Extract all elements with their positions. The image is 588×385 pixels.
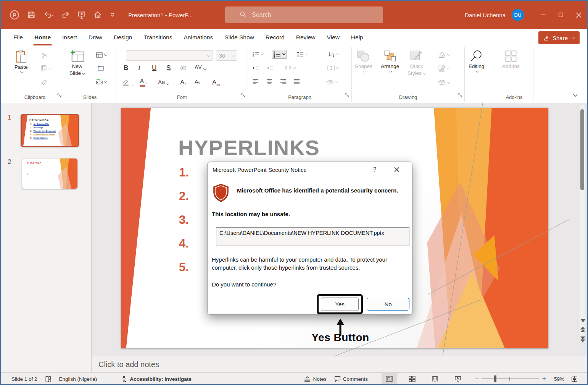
notes-pane[interactable]: Click to add notes [92, 356, 587, 372]
shape-effects-button[interactable] [438, 79, 449, 86]
section-button[interactable] [96, 79, 107, 85]
zoom-in-button[interactable]: + [542, 377, 546, 381]
avatar[interactable]: DU [512, 9, 524, 21]
zoom-slider[interactable] [482, 379, 539, 379]
character-spacing-button[interactable]: AV [195, 64, 206, 70]
bullets-button[interactable] [253, 51, 263, 57]
shrink-font-button[interactable]: A˅ [195, 79, 200, 85]
align-center-button[interactable] [266, 79, 272, 85]
arrange-button[interactable]: Arrange [381, 50, 399, 73]
user-name[interactable]: Daniel Uchenna [465, 12, 506, 18]
new-slide-button[interactable]: New Slide [69, 50, 85, 76]
align-right-button[interactable] [280, 79, 286, 85]
undo-icon[interactable] [43, 11, 53, 19]
zoom-level[interactable]: 59% [548, 376, 564, 382]
change-case-button[interactable]: Aa [158, 79, 169, 85]
underline-button[interactable]: U [152, 64, 156, 72]
font-name-combo[interactable] [126, 50, 213, 61]
drawing-dialog-launcher-icon[interactable] [458, 92, 462, 99]
accessibility-checker[interactable]: Accessibility: Investigate [117, 373, 195, 385]
scroll-down-icon[interactable] [581, 317, 585, 324]
normal-view-button[interactable] [382, 373, 397, 385]
zoom-out-button[interactable]: − [475, 377, 479, 381]
dialog-close-button[interactable] [388, 162, 405, 177]
format-painter-button[interactable] [41, 79, 48, 85]
spell-check-button[interactable] [41, 373, 55, 385]
redo-icon[interactable] [62, 11, 69, 19]
text-direction-button[interactable]: A [328, 51, 339, 57]
tab-help[interactable]: Help [345, 29, 369, 47]
tab-view[interactable]: View [321, 29, 345, 47]
numbering-button[interactable]: 123 [272, 50, 287, 59]
tab-record[interactable]: Record [260, 29, 290, 47]
align-text-vertical-button[interactable] [327, 65, 339, 71]
bold-button[interactable]: B [124, 64, 128, 72]
next-slide-button[interactable] [580, 336, 585, 344]
language-selector[interactable]: English (Nigeria) [55, 373, 101, 385]
dialog-help-button[interactable]: ? [367, 162, 382, 177]
paragraph-dialog-launcher-icon[interactable] [345, 92, 350, 99]
tab-draw[interactable]: Draw [83, 29, 108, 47]
editing-button[interactable]: Editing [469, 50, 484, 73]
decrease-indent-button[interactable] [253, 65, 259, 71]
slide1-thumbnail[interactable]: HYPERLINKS 1.An Existing File 2.Web Page… [21, 114, 79, 147]
zoom-slider-thumb[interactable] [494, 375, 496, 382]
paste-button[interactable]: Paste [14, 50, 28, 73]
slide-layout-button[interactable] [96, 52, 107, 58]
tab-slide-show[interactable]: Slide Show [219, 29, 260, 47]
slide-numbered-list[interactable]: 1. 2. 3. 4. 5. [179, 166, 189, 284]
strikethrough-button[interactable]: ab [180, 64, 187, 71]
slide-indicator[interactable]: Slide 1 of 2 [8, 373, 41, 385]
powerpoint-app-icon[interactable]: P [10, 10, 19, 19]
fit-to-window-button[interactable] [567, 373, 582, 385]
quick-access-toolbar-chevron-icon[interactable] [110, 12, 115, 18]
increase-indent-button[interactable] [266, 65, 273, 71]
yes-button[interactable]: Yes [321, 298, 359, 311]
tab-insert[interactable]: Insert [56, 29, 83, 47]
slide2-thumbnail[interactable]: SLIDE TWO 1. [22, 158, 78, 189]
tab-file[interactable]: File [8, 29, 29, 47]
start-slideshow-icon[interactable] [78, 11, 85, 19]
copy-button[interactable] [40, 65, 51, 71]
align-left-button[interactable] [253, 79, 259, 85]
highlight-color-button[interactable] [122, 79, 134, 86]
addins-button[interactable]: Add-ins [502, 50, 520, 70]
tab-review[interactable]: Review [290, 29, 321, 47]
quick-styles-button[interactable]: Quick Styles [408, 50, 425, 76]
cut-button[interactable] [41, 52, 48, 58]
reading-view-button[interactable] [427, 373, 443, 385]
search-box[interactable] [225, 6, 383, 23]
previous-slide-button[interactable] [580, 327, 585, 334]
comments-toggle-button[interactable]: Comments [330, 373, 372, 385]
no-button[interactable]: No [367, 298, 409, 311]
grow-font-button[interactable]: A^ [180, 79, 186, 86]
minimize-button[interactable] [535, 1, 552, 29]
tab-transitions[interactable]: Transitions [138, 29, 178, 47]
font-size-combo[interactable]: 36 [216, 50, 237, 61]
tab-design[interactable]: Design [108, 29, 138, 47]
search-input[interactable] [251, 11, 366, 19]
tab-animations[interactable]: Animations [178, 29, 219, 47]
collapse-ribbon-chevron-icon[interactable] [573, 92, 578, 99]
close-button[interactable] [570, 1, 587, 29]
home-icon[interactable] [94, 11, 101, 19]
notes-toggle-button[interactable]: Notes [300, 373, 330, 385]
font-dialog-launcher-icon[interactable] [241, 92, 246, 99]
italic-button[interactable]: I [138, 64, 140, 72]
reset-slide-button[interactable] [97, 65, 104, 71]
line-spacing-button[interactable] [297, 51, 308, 57]
justify-button[interactable] [294, 79, 300, 85]
maximize-button[interactable] [552, 1, 570, 29]
slideshow-view-button[interactable] [450, 373, 466, 385]
save-icon[interactable] [27, 11, 35, 19]
slide-sorter-view-button[interactable] [404, 373, 420, 385]
columns-button[interactable] [285, 65, 295, 71]
shape-outline-button[interactable] [438, 65, 449, 72]
slide-title[interactable]: HYPERLINKS [178, 135, 320, 160]
vertical-scrollbar[interactable] [580, 105, 585, 341]
font-color-button[interactable]: A [140, 79, 148, 84]
text-shadow-button[interactable]: S [166, 64, 171, 72]
tab-home[interactable]: Home [29, 29, 56, 47]
share-button[interactable]: Share [538, 31, 580, 44]
shapes-button[interactable]: Shapes [355, 50, 372, 73]
